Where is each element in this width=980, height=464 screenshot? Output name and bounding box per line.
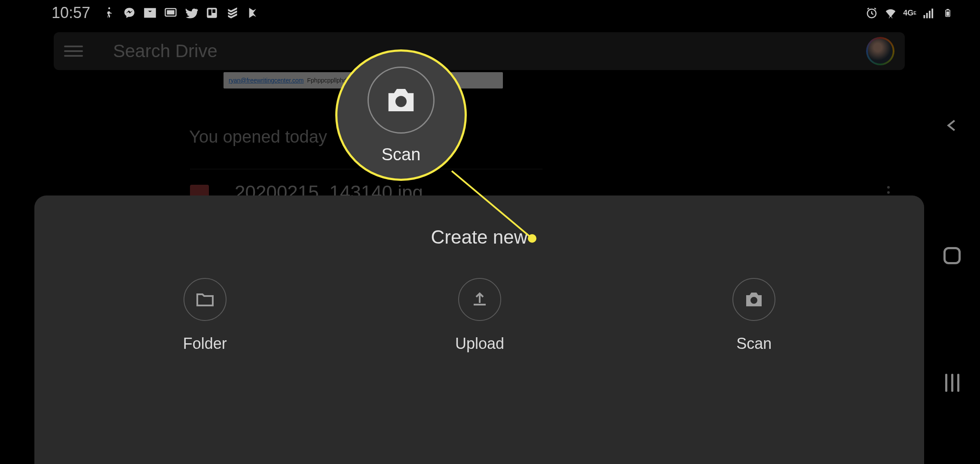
svg-point-14: [752, 298, 756, 302]
svg-rect-9: [929, 11, 931, 18]
cast-icon: [164, 6, 177, 19]
folder-icon: [184, 278, 227, 321]
svg-rect-2: [167, 10, 175, 15]
folder-option[interactable]: Folder: [183, 278, 227, 353]
callout-label: Scan: [381, 145, 420, 164]
svg-rect-5: [212, 9, 215, 13]
twitter-icon: [185, 6, 198, 19]
camera-icon: [732, 278, 775, 321]
system-nav: [937, 0, 967, 464]
status-left: 10:57: [52, 4, 260, 22]
svg-rect-7: [924, 15, 925, 18]
home-button[interactable]: [943, 247, 961, 264]
svg-point-17: [398, 98, 405, 105]
mail-icon: [144, 6, 156, 19]
scan-callout: Scan: [335, 49, 467, 181]
upload-icon: [458, 278, 501, 321]
svg-rect-10: [931, 9, 933, 18]
running-icon: [102, 6, 115, 19]
document-link: ryan@freewritingcenter.com: [229, 77, 304, 84]
status-time: 10:57: [52, 4, 90, 22]
back-button[interactable]: [945, 115, 959, 137]
svg-rect-8: [926, 13, 928, 18]
sheet-options: Folder Upload Scan: [34, 278, 924, 353]
callout-camera-icon: [368, 67, 435, 134]
4g-icon: 4GE: [903, 6, 916, 19]
wifi-icon: [884, 6, 897, 19]
folder-label: Folder: [183, 335, 227, 353]
sheet-title: Create new: [34, 226, 924, 248]
scan-label: Scan: [736, 335, 772, 353]
alarm-icon: [865, 6, 878, 19]
messenger-icon: [123, 6, 136, 19]
search-bar[interactable]: Search Drive: [54, 32, 905, 70]
trello-icon: [205, 6, 218, 19]
status-bar: 10:57 4GE: [52, 4, 954, 21]
phone-content: Search Drive ryan@freewritingcenter.com …: [34, 26, 924, 464]
recent-button[interactable]: [945, 374, 959, 392]
todoist-icon: [226, 6, 239, 19]
account-avatar[interactable]: [866, 37, 894, 65]
create-new-sheet: Create new Folder Upload Scan: [34, 195, 924, 464]
upload-label: Upload: [455, 335, 504, 353]
svg-rect-4: [208, 9, 211, 15]
section-label: You opened today: [189, 127, 327, 147]
scan-option[interactable]: Scan: [732, 278, 775, 353]
hamburger-icon[interactable]: [64, 42, 83, 61]
upload-option[interactable]: Upload: [455, 278, 504, 353]
search-input[interactable]: Search Drive: [113, 41, 866, 61]
play-icon: [247, 6, 260, 19]
signal-icon: [922, 6, 935, 19]
